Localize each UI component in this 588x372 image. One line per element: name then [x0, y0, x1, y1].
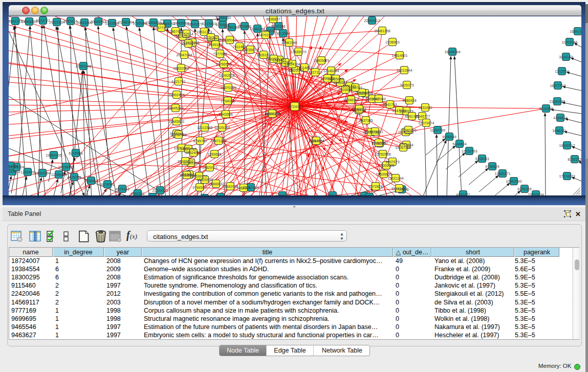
- svg-text:8943586: 8943586: [219, 113, 232, 116]
- svg-text:3308253: 3308253: [475, 157, 489, 161]
- svg-text:8636837: 8636837: [266, 17, 280, 21]
- svg-text:11525264: 11525264: [214, 126, 230, 129]
- svg-text:19511323: 19511323: [197, 30, 212, 34]
- svg-text:9261616: 9261616: [63, 19, 77, 23]
- svg-text:4475786: 4475786: [67, 176, 81, 179]
- svg-text:9952514: 9952514: [179, 32, 193, 36]
- svg-text:18724007: 18724007: [287, 105, 302, 108]
- svg-text:10365880: 10365880: [328, 77, 343, 81]
- svg-text:9372828: 9372828: [368, 185, 382, 188]
- svg-text:19384554: 19384554: [308, 139, 324, 143]
- svg-text:9008971: 9008971: [263, 29, 277, 33]
- svg-text:12014643: 12014643: [296, 66, 312, 70]
- svg-text:13399271: 13399271: [494, 172, 510, 176]
- svg-text:15581540: 15581540: [281, 41, 297, 45]
- svg-text:6991741: 6991741: [405, 115, 419, 118]
- svg-text:19067450: 19067450: [395, 146, 411, 149]
- svg-text:3215958: 3215958: [539, 107, 553, 111]
- svg-text:22377977: 22377977: [153, 26, 169, 30]
- svg-text:1056749: 1056749: [348, 86, 362, 90]
- svg-text:9764927: 9764927: [192, 186, 206, 189]
- svg-text:19040017: 19040017: [559, 144, 575, 147]
- svg-text:15642948: 15642948: [222, 185, 238, 188]
- svg-text:12079674: 12079674: [418, 121, 434, 125]
- svg-text:20347084: 20347084: [176, 53, 192, 57]
- svg-text:6185949: 6185949: [223, 38, 236, 42]
- svg-text:3329373: 3329373: [400, 83, 413, 87]
- svg-text:10348367: 10348367: [343, 98, 359, 102]
- svg-text:19563105: 19563105: [46, 154, 61, 157]
- svg-text:12782508: 12782508: [375, 152, 390, 156]
- svg-text:7611401: 7611401: [233, 45, 247, 49]
- svg-text:16377510: 16377510: [550, 84, 565, 87]
- svg-text:20481358: 20481358: [374, 29, 390, 33]
- svg-text:16648764: 16648764: [444, 50, 460, 54]
- svg-text:13006085: 13006085: [378, 164, 394, 167]
- svg-text:9907573: 9907573: [385, 160, 399, 164]
- svg-text:2489364: 2489364: [236, 186, 250, 190]
- svg-text:17974673: 17974673: [559, 174, 575, 178]
- svg-text:22659412: 22659412: [364, 19, 380, 23]
- svg-text:15471939: 15471939: [210, 139, 226, 143]
- svg-text:11150790: 11150790: [430, 128, 445, 132]
- svg-text:13925013: 13925013: [266, 57, 281, 61]
- svg-text:21782994: 21782994: [118, 20, 134, 24]
- svg-text:6341793: 6341793: [383, 103, 397, 106]
- svg-text:11615610: 11615610: [201, 22, 217, 26]
- svg-text:11609146: 11609146: [562, 40, 578, 44]
- svg-text:15631662: 15631662: [173, 67, 189, 70]
- svg-text:8048998: 8048998: [372, 141, 385, 145]
- svg-text:22524555: 22524555: [185, 151, 201, 155]
- svg-text:12710793: 12710793: [461, 149, 477, 153]
- svg-text:9912544: 9912544: [276, 32, 290, 35]
- svg-text:4873143: 4873143: [115, 187, 129, 191]
- svg-text:14635762: 14635762: [180, 147, 196, 151]
- svg-text:21294721: 21294721: [152, 189, 168, 192]
- svg-text:14370299: 14370299: [220, 86, 236, 90]
- svg-text:21842645: 21842645: [549, 100, 565, 103]
- svg-text:18300295: 18300295: [264, 112, 280, 116]
- svg-text:8463637: 8463637: [180, 173, 193, 177]
- svg-text:5444504: 5444504: [452, 142, 466, 146]
- svg-text:21340993: 21340993: [400, 128, 416, 132]
- svg-text:14834304: 14834304: [284, 62, 300, 66]
- svg-text:8892133: 8892133: [9, 19, 23, 23]
- svg-text:3347931: 3347931: [392, 109, 406, 113]
- svg-text:8480073: 8480073: [352, 107, 366, 111]
- svg-text:8152271: 8152271: [568, 158, 581, 161]
- svg-text:4880428: 4880428: [402, 99, 416, 102]
- svg-text:6215966: 6215966: [69, 151, 82, 155]
- svg-text:20948752: 20948752: [90, 20, 106, 24]
- svg-text:3458221: 3458221: [552, 129, 566, 133]
- svg-text:11066231: 11066231: [215, 16, 231, 19]
- svg-text:18092818: 18092818: [219, 74, 234, 77]
- svg-text:13835970: 13835970: [290, 50, 306, 54]
- svg-text:9547069: 9547069: [372, 97, 385, 101]
- svg-text:6293105: 6293105: [517, 187, 531, 191]
- svg-text:13388832: 13388832: [208, 182, 224, 186]
- svg-text:20115134: 20115134: [49, 20, 65, 24]
- svg-text:4591531: 4591531: [130, 192, 144, 195]
- svg-text:16341910: 16341910: [570, 30, 581, 33]
- svg-text:14814801: 14814801: [391, 54, 407, 57]
- svg-text:14280369: 14280369: [224, 26, 239, 29]
- svg-text:10138489: 10138489: [58, 165, 74, 169]
- svg-text:9789760: 9789760: [193, 139, 207, 143]
- svg-text:9196824: 9196824: [485, 165, 499, 168]
- svg-text:19786573: 19786573: [215, 62, 231, 66]
- svg-text:20053346: 20053346: [75, 64, 91, 68]
- svg-text:5276362: 5276362: [204, 36, 217, 39]
- svg-text:19820911: 19820911: [202, 166, 218, 169]
- svg-text:5391546: 5391546: [271, 25, 285, 28]
- svg-text:22283054: 22283054: [9, 164, 18, 168]
- svg-text:21909625: 21909625: [313, 59, 329, 62]
- svg-text:13221244: 13221244: [387, 177, 403, 180]
- svg-text:15212844: 15212844: [396, 69, 412, 72]
- svg-text:3750906: 3750906: [133, 21, 146, 25]
- svg-text:18160510: 18160510: [177, 160, 193, 163]
- svg-text:18992414: 18992414: [168, 93, 184, 97]
- svg-text:14410981: 14410981: [367, 130, 383, 134]
- svg-text:1831692: 1831692: [418, 106, 432, 110]
- svg-text:18445631: 18445631: [168, 120, 184, 123]
- svg-text:4627087: 4627087: [181, 42, 195, 46]
